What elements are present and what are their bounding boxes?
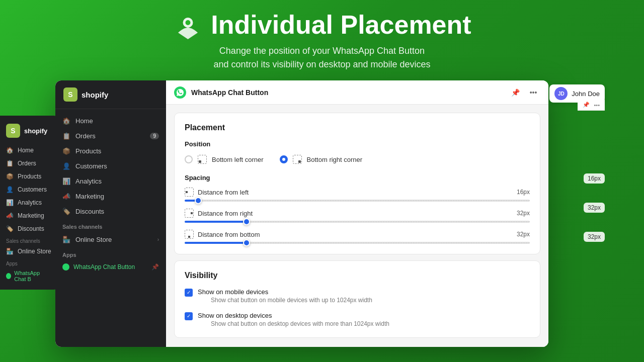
spacing-right-icon <box>185 209 194 218</box>
hero-subtitle-line2: and control its visibility on desktop an… <box>213 58 430 71</box>
spacing-left-label: Distance from left <box>198 189 511 196</box>
position-left-label: Bottom left corner <box>212 156 264 163</box>
position-right-label: Bottom right corner <box>307 156 363 163</box>
slider-right-dots <box>250 222 530 222</box>
desktop-checkbox[interactable]: ✓ <box>185 312 193 320</box>
sidebar-online-store[interactable]: 🏪 Online Store › <box>55 232 166 247</box>
right-values: 16px 32px 32px <box>584 173 605 242</box>
spacing-section: Spacing Distance from left 16px <box>185 174 530 244</box>
hero-icon <box>173 10 203 40</box>
app-header-actions: 📌 ••• <box>508 85 540 100</box>
analytics-icon: 📊 <box>6 199 14 206</box>
app-header: WhatsApp Chat Button 📌 ••• <box>166 80 548 105</box>
sidebar-item-orders[interactable]: 📋 Orders 9 <box>55 128 166 143</box>
products-nav-icon: 📦 <box>62 147 70 155</box>
partial-apps-section: Apps <box>0 258 58 267</box>
spacing-left-dot <box>186 191 188 193</box>
sidebar-item-discounts[interactable]: 🏷️ Discounts <box>55 204 166 219</box>
partial-whatsapp-app[interactable]: WhatsApp Chat B <box>0 267 58 285</box>
spacing-bottom-slider[interactable] <box>185 242 530 244</box>
more-options-button[interactable]: ••• <box>526 85 540 100</box>
partial-whatsapp-icon <box>6 273 11 279</box>
desktop-checkbox-row: ✓ Show on desktop devices Show chat butt… <box>185 312 530 327</box>
corner-dot-bl <box>199 160 201 163</box>
partial-nav-orders[interactable]: 📋 Orders <box>0 157 58 170</box>
sales-channels-section: Sales channels <box>55 219 166 232</box>
user-avatar: JD <box>554 87 568 100</box>
sidebar-item-analytics[interactable]: 📊 Analytics <box>55 173 166 189</box>
slider-left-dots <box>202 201 530 201</box>
sidebar-analytics-label: Analytics <box>75 177 102 185</box>
sidebar-item-marketing[interactable]: 📣 Marketing <box>55 189 166 204</box>
spacing-left-slider[interactable] <box>185 200 530 202</box>
placement-title: Placement <box>185 123 530 132</box>
sidebar-store-label: Online Store <box>75 236 112 243</box>
sidebar-item-customers[interactable]: 👤 Customers <box>55 158 166 173</box>
desktop-label: Show on desktop devices <box>198 312 389 319</box>
partial-store-label: Online Store <box>18 248 51 255</box>
sidebar-home-label: Home <box>75 117 93 125</box>
partial-nav-discounts[interactable]: 🏷️ Discounts <box>0 222 58 235</box>
partial-nav-analytics[interactable]: 📊 Analytics <box>0 196 58 209</box>
right-dots-icon: ••• <box>594 102 600 108</box>
spacing-right-header: Distance from right 32px <box>185 209 530 218</box>
partial-nav-customers[interactable]: 👤 Customers <box>0 183 58 196</box>
marketing-icon: 📣 <box>6 212 14 219</box>
partial-nav-products[interactable]: 📦 Products <box>0 170 58 183</box>
radio-right[interactable] <box>280 155 288 163</box>
visibility-mobile: ✓ Show on mobile devices Show chat butto… <box>185 288 530 304</box>
right-app-header: 📌 ••• <box>578 100 605 111</box>
shopify-window: S shopify 🏠 Home 📋 Orders 9 📦 Products 👤… <box>55 80 548 347</box>
mobile-checkbox-row: ✓ Show on mobile devices Show chat butto… <box>185 288 530 304</box>
desktop-checkbox-content: Show on desktop devices Show chat button… <box>198 312 389 327</box>
partial-online-store[interactable]: 🏪 Online Store <box>0 245 58 258</box>
sidebar-customers-label: Customers <box>75 162 107 170</box>
spacing-bottom-label: Distance from bottom <box>198 231 511 238</box>
sidebar-orders-label: Orders <box>75 132 96 140</box>
customers-nav-icon: 👤 <box>62 162 70 170</box>
partial-discounts-label: Discounts <box>18 225 44 232</box>
mobile-check-icon: ✓ <box>187 290 191 295</box>
slider-left-thumb[interactable] <box>195 197 202 204</box>
mobile-label: Show on mobile devices <box>198 288 372 296</box>
radio-left[interactable] <box>185 155 193 163</box>
sidebar: S shopify 🏠 Home 📋 Orders 9 📦 Products 👤… <box>55 80 166 347</box>
visibility-card: Visibility ✓ Show on mobile devices Show… <box>174 260 540 338</box>
spacing-right-label: Distance from right <box>198 210 511 217</box>
analytics-nav-icon: 📊 <box>62 177 70 185</box>
sidebar-item-home[interactable]: 🏠 Home <box>55 113 166 128</box>
orders-nav-icon: 📋 <box>62 132 70 140</box>
pin-button[interactable]: 📌 <box>508 85 522 100</box>
sidebar-item-products[interactable]: 📦 Products <box>55 143 166 158</box>
orders-icon: 📋 <box>6 160 14 167</box>
partial-products-label: Products <box>18 173 41 180</box>
spacing-right-slider[interactable] <box>185 221 530 223</box>
whatsapp-app-label: WhatsApp Chat Button <box>73 263 135 270</box>
orders-badge: 9 <box>150 133 159 139</box>
corner-left-icon <box>197 154 208 165</box>
position-bottom-right[interactable]: Bottom right corner <box>280 154 363 165</box>
partial-nav-home[interactable]: 🏠 Home <box>0 144 58 157</box>
partial-nav-marketing[interactable]: 📣 Marketing <box>0 209 58 222</box>
partial-shopify-text: shopify <box>24 127 47 135</box>
shopify-icon: S <box>63 87 77 102</box>
spacing-bottom-icon <box>185 230 194 239</box>
right-pin-icon: 📌 <box>583 102 590 108</box>
position-bottom-left[interactable]: Bottom left corner <box>185 154 264 165</box>
apps-section: Apps <box>55 247 166 260</box>
sidebar-whatsapp-app[interactable]: WhatsApp Chat Button 📌 <box>55 260 166 274</box>
hero-title: Individual Placement <box>211 11 471 39</box>
slider-bottom-thumb[interactable] <box>243 239 250 246</box>
discounts-icon: 🏷️ <box>6 225 14 232</box>
user-name: John Doe <box>572 90 600 98</box>
sidebar-nav: 🏠 Home 📋 Orders 9 📦 Products 👤 Customers… <box>55 109 166 347</box>
home-icon: 🏠 <box>6 147 14 154</box>
partial-sales-section: Sales channels <box>0 235 58 245</box>
partial-marketing-label: Marketing <box>18 212 44 219</box>
whatsapp-app-icon <box>62 263 69 270</box>
slider-bottom-dots <box>250 243 530 243</box>
mobile-checkbox[interactable]: ✓ <box>185 289 193 297</box>
store-arrow-icon: › <box>157 237 159 242</box>
slider-right-thumb[interactable] <box>243 218 250 225</box>
spacing-right: Distance from right 32px <box>185 209 530 223</box>
